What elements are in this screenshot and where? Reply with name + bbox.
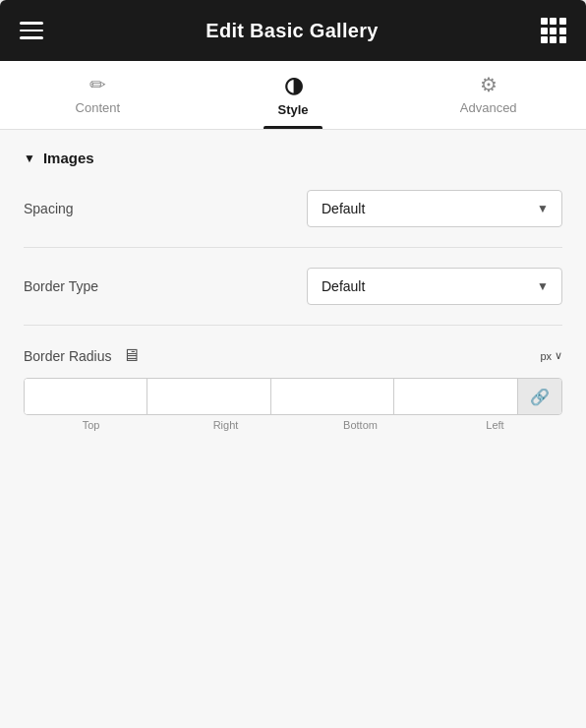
border-radius-input-grid: 🔗 bbox=[24, 378, 562, 415]
border-radius-label: Border Radius bbox=[24, 348, 112, 364]
tab-content-area: ▼ Images Spacing Default None Small Medi… bbox=[0, 130, 586, 728]
gear-icon: ⚙ bbox=[480, 75, 498, 94]
images-section-header[interactable]: ▼ Images bbox=[24, 150, 562, 166]
left-input-label: Left bbox=[428, 419, 562, 431]
border-radius-bottom-input[interactable] bbox=[271, 379, 394, 414]
unit-selector[interactable]: px ∨ bbox=[540, 349, 562, 362]
hamburger-menu-icon[interactable] bbox=[20, 22, 43, 39]
border-radius-left-input[interactable] bbox=[394, 379, 517, 414]
border-type-field-row: Border Type Default None Solid Dashed Do… bbox=[24, 268, 562, 326]
unit-value: px bbox=[540, 350, 552, 362]
border-radius-top-input[interactable] bbox=[25, 379, 147, 414]
spacing-field-row: Spacing Default None Small Medium Large … bbox=[24, 190, 562, 248]
tab-content-label: Content bbox=[76, 100, 121, 115]
right-input-label: Right bbox=[158, 419, 293, 431]
images-section-title: Images bbox=[43, 150, 94, 166]
border-radius-left-cell bbox=[394, 379, 517, 414]
tabs-bar: ✏ Content ◑ Style ⚙ Advanced bbox=[0, 61, 586, 130]
tab-advanced-label: Advanced bbox=[460, 100, 517, 115]
border-radius-right-cell bbox=[147, 379, 270, 414]
link-icon: 🔗 bbox=[530, 388, 550, 406]
tab-style-label: Style bbox=[277, 102, 308, 117]
unit-dropdown-arrow-icon: ∨ bbox=[555, 349, 562, 362]
pencil-icon: ✏ bbox=[89, 75, 106, 94]
border-type-select-wrapper: Default None Solid Dashed Dotted Double … bbox=[307, 268, 562, 305]
panel: Edit Basic Gallery ✏ Content ◑ Style ⚙ A… bbox=[0, 0, 586, 728]
border-radius-header: Border Radius 🖥 px ∨ bbox=[24, 345, 562, 366]
header: Edit Basic Gallery bbox=[0, 0, 586, 61]
tab-advanced[interactable]: ⚙ Advanced bbox=[390, 61, 586, 129]
border-radius-link-button[interactable]: 🔗 bbox=[517, 379, 561, 414]
top-input-label: Top bbox=[24, 419, 158, 431]
border-radius-right-input[interactable] bbox=[147, 379, 270, 414]
tab-style[interactable]: ◑ Style bbox=[196, 61, 391, 129]
page-title: Edit Basic Gallery bbox=[205, 20, 378, 42]
contrast-icon: ◑ bbox=[284, 75, 303, 96]
border-radius-bottom-cell bbox=[271, 379, 394, 414]
border-radius-section: Border Radius 🖥 px ∨ bbox=[24, 345, 562, 431]
border-radius-input-labels: Top Right Bottom Left bbox=[24, 419, 562, 431]
spacing-select-wrapper: Default None Small Medium Large ▼ bbox=[307, 190, 562, 227]
border-type-select[interactable]: Default None Solid Dashed Dotted Double bbox=[307, 268, 562, 305]
bottom-input-label: Bottom bbox=[293, 419, 428, 431]
spacing-select[interactable]: Default None Small Medium Large bbox=[307, 190, 562, 227]
border-radius-top-cell bbox=[25, 379, 147, 414]
section-collapse-arrow: ▼ bbox=[24, 152, 35, 165]
apps-grid-icon[interactable] bbox=[541, 18, 566, 43]
spacing-label: Spacing bbox=[24, 201, 74, 216]
border-type-label: Border Type bbox=[24, 278, 98, 294]
tab-content[interactable]: ✏ Content bbox=[0, 61, 196, 129]
border-radius-left: Border Radius 🖥 bbox=[24, 345, 140, 366]
monitor-icon[interactable]: 🖥 bbox=[122, 345, 140, 366]
